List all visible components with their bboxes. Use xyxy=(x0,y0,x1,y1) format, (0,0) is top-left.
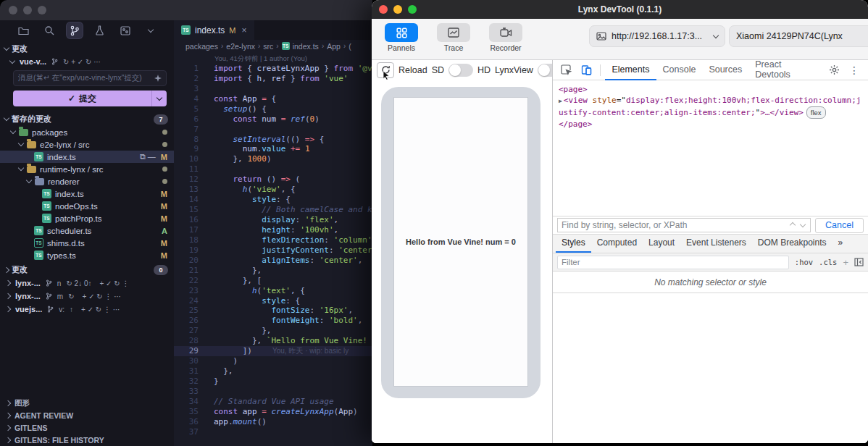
changes-footer-header[interactable]: 更改 0 xyxy=(0,261,174,277)
commit-dropdown-button[interactable] xyxy=(151,91,167,106)
chevron-down-icon[interactable] xyxy=(143,22,159,38)
trace-button[interactable] xyxy=(437,23,470,42)
close-tab-icon[interactable]: × xyxy=(242,25,247,35)
tree-item[interactable]: packages xyxy=(0,126,174,138)
file-actions[interactable]: ⧉ — xyxy=(140,152,156,161)
tree-item[interactable]: TSindex.ts⧉ —M xyxy=(0,151,174,163)
testing-flask-icon[interactable] xyxy=(92,22,108,38)
repo-action-icons[interactable]: ↻ + ✓ ↻ ⋯ xyxy=(63,58,101,66)
device-dropdown[interactable]: Xiaomi 24129PN74C(Lynx xyxy=(729,25,868,47)
lynx-titlebar[interactable]: Lynx DevTool (0.1.1) xyxy=(372,0,868,19)
repo-action-icons[interactable]: + ✓ ↻ ⋮ ⋯ xyxy=(81,306,120,314)
tree-item[interactable]: TSnodeOps.tsM xyxy=(0,200,174,212)
fullscreen-toggle[interactable] xyxy=(538,64,552,77)
code-text: flexDirection: 'column', xyxy=(199,235,372,245)
commit-graph-icon[interactable] xyxy=(117,22,133,38)
close-window-icon[interactable] xyxy=(9,6,17,14)
search-icon[interactable] xyxy=(41,22,57,38)
changes-section-header[interactable]: 更改 xyxy=(0,41,174,56)
tab-layout[interactable]: Layout xyxy=(643,233,680,253)
tree-item[interactable]: TSscheduler.tsA xyxy=(0,224,174,237)
breadcrumb-item[interactable]: packages xyxy=(185,42,218,51)
breadcrumb-item[interactable]: ( xyxy=(349,42,351,51)
sidebar-section-gitlens[interactable]: GITLENS xyxy=(0,421,174,434)
explorer-folder-icon[interactable] xyxy=(16,22,32,38)
commit-message-input[interactable]: 消息(⌘↵ 在"exp/vue-vine-lynx"提交) xyxy=(13,70,167,86)
toggle-class-button[interactable]: .cls xyxy=(819,258,837,266)
check-icon: ✓ xyxy=(68,93,75,104)
tree-item[interactable]: TSshims.d.tsM xyxy=(0,237,174,249)
breadcrumb-item[interactable]: index.ts xyxy=(293,42,319,51)
flex-badge[interactable]: flex xyxy=(806,106,826,119)
more-tabs-icon[interactable]: » xyxy=(832,233,849,253)
source-control-icon[interactable] xyxy=(67,22,83,38)
tree-item[interactable]: TSindex.tsM xyxy=(0,188,174,200)
phone-screen[interactable]: Hello from Vue Vine! num = 0 xyxy=(393,97,528,387)
repo-action-icons[interactable]: + ✓ ↻ ⋮ ⋯ xyxy=(83,293,122,300)
settings-gear-icon[interactable] xyxy=(825,62,843,79)
breadcrumb-item[interactable]: App xyxy=(327,42,341,51)
tab-event-listeners[interactable]: Event Listeners xyxy=(680,233,752,253)
vscode-titlebar[interactable] xyxy=(0,0,372,20)
expand-arrow-icon[interactable]: ▶ xyxy=(559,98,562,104)
toggle-device-toolbar-icon[interactable] xyxy=(577,62,596,79)
panels-button[interactable] xyxy=(385,23,418,42)
tree-item[interactable]: renderer xyxy=(0,175,174,188)
next-match-icon[interactable] xyxy=(800,221,806,227)
tab-styles[interactable]: Styles xyxy=(556,233,591,253)
branch-icon[interactable] xyxy=(51,58,58,65)
repository-row[interactable]: vuejs...v:↑+ ✓ ↻ ⋮ ⋯ xyxy=(0,303,174,316)
commit-button[interactable]: ✓ 提交 xyxy=(13,91,167,106)
tab-dom-breakpoints[interactable]: DOM Breakpoints xyxy=(752,233,832,253)
tab-index-ts[interactable]: TS index.ts M × xyxy=(174,20,254,40)
repository-row[interactable]: lynx-...m↻+ ✓ ↻ ⋮ ⋯ xyxy=(0,290,174,303)
sidebar-section---[interactable]: 图形 xyxy=(0,397,174,409)
tab-label: index.ts xyxy=(195,25,225,35)
tab-computed[interactable]: Computed xyxy=(591,233,643,253)
inspect-element-icon[interactable] xyxy=(557,62,576,79)
toggle-hover-state-button[interactable]: :hov xyxy=(795,258,813,266)
tab-sources[interactable]: Sources xyxy=(702,59,748,80)
tree-item[interactable]: runtime-lynx / src xyxy=(0,163,174,175)
styles-filter-input[interactable]: Filter xyxy=(557,256,789,269)
section-label: AGENT REVIEW xyxy=(14,411,73,420)
reload-button[interactable] xyxy=(377,62,394,78)
code-line: 31 }, xyxy=(174,366,372,376)
tab-elements[interactable]: Elements xyxy=(605,59,656,80)
repository-row[interactable]: lynx-...n↻ 2↓ 0↑+ ✓ ↻ ⋮ xyxy=(0,277,174,290)
tree-item[interactable]: TSpatchProp.tsM xyxy=(0,212,174,224)
toggle-sidebar-icon[interactable] xyxy=(854,258,864,266)
sync-status: ↻ xyxy=(68,293,74,300)
find-input[interactable]: Find by string, selector, or XPath xyxy=(557,218,811,232)
code-line: 17 height: '100vh', xyxy=(174,225,372,235)
code-text: fontSize: '16px', xyxy=(199,306,353,316)
recorder-button[interactable] xyxy=(489,23,522,42)
gitlens-codelens[interactable]: You, 41分钟前 | 1 author (You) xyxy=(174,54,372,64)
previous-match-icon[interactable] xyxy=(790,222,796,228)
sidebar-section-agent-review[interactable]: AGENT REVIEW xyxy=(0,409,174,421)
view-node[interactable]: ▶<view style="display:flex;height:100vh;… xyxy=(559,95,865,119)
code-text: ) xyxy=(199,356,238,366)
sidebar-section-gitlens--file-history[interactable]: GITLENS: FILE HISTORY xyxy=(0,434,174,446)
cancel-button[interactable]: Cancel xyxy=(815,218,864,233)
kebab-menu-icon[interactable]: ⋮ xyxy=(845,62,864,79)
tree-item[interactable]: TStypes.tsM xyxy=(0,249,174,261)
sd-hd-toggle[interactable] xyxy=(448,64,473,77)
repo-action-icons[interactable]: + ✓ ↻ ⋮ xyxy=(99,279,129,287)
line-number: 36 xyxy=(174,417,199,427)
sparkle-icon[interactable] xyxy=(154,75,162,82)
new-style-rule-button[interactable]: + xyxy=(843,257,848,268)
maximize-window-icon[interactable] xyxy=(38,6,46,14)
tree-item[interactable]: e2e-lynx / src xyxy=(0,138,174,151)
tab-preact-devtools[interactable]: Preact Devtools xyxy=(748,59,823,80)
minimize-window-icon[interactable] xyxy=(23,6,32,14)
repo-header[interactable]: vue-v... ↻ + ✓ ↻ ⋯ xyxy=(0,56,174,67)
tab-console[interactable]: Console xyxy=(656,59,703,80)
code-editor[interactable]: You, 41分钟前 | 1 author (You)1import { cre… xyxy=(174,52,372,446)
elements-tree[interactable]: <page> ▶<view style="display:flex;height… xyxy=(553,80,868,216)
breadcrumb-item[interactable]: src xyxy=(263,42,273,51)
staged-changes-header[interactable]: 暂存的更改 7 xyxy=(0,111,174,126)
file-label: nodeOps.ts xyxy=(55,202,98,211)
breadcrumb-item[interactable]: e2e-lynx xyxy=(226,42,255,51)
card-url-dropdown[interactable]: http://192.168.1.17:3... xyxy=(589,25,725,47)
